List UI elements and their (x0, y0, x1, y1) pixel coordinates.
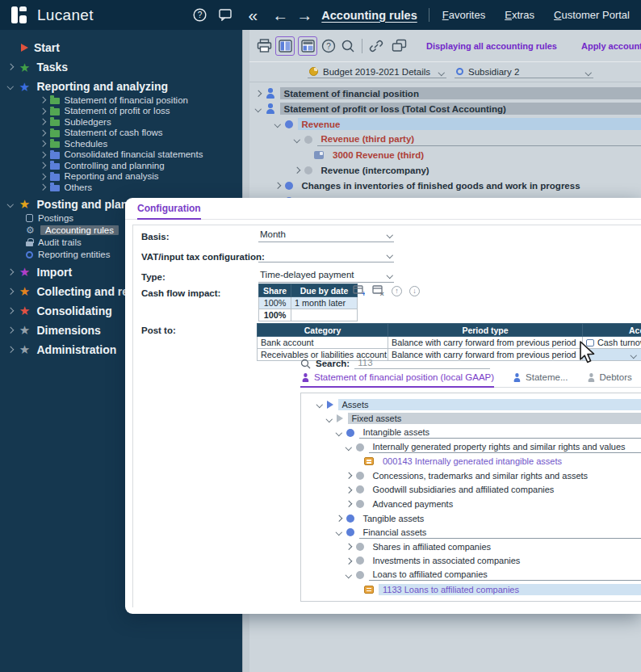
tab-debtors[interactable]: Debtors (586, 372, 632, 386)
entity-select[interactable]: Subsidiary 2 (455, 66, 593, 78)
acc-row-goodwill[interactable]: Goodwill subsidiaries and affiliated com… (301, 483, 641, 498)
help-icon[interactable]: ? (191, 6, 208, 24)
chevron-right-icon (40, 141, 46, 147)
back-arrow-icon[interactable]: ← (271, 6, 289, 24)
sidebar-item-reporting-and-analyzing[interactable]: ★ Reporting and analyzing (0, 78, 242, 94)
link-icon[interactable] (367, 36, 386, 56)
dataset-icon (309, 67, 318, 76)
tree-row-revenue-third-party[interactable]: Revenue (third party) (249, 132, 641, 147)
acc-row-assets[interactable]: Assets (301, 397, 641, 412)
sidebar-item-reporting-and-analysis[interactable]: Reporting and analysis (0, 171, 242, 183)
chevron-down-icon (336, 529, 342, 536)
collapse-history-icon[interactable]: « (244, 6, 262, 24)
basis-label: Basis: (141, 232, 170, 242)
acc-row-fixed-assets[interactable]: Fixed assets (301, 412, 641, 426)
acc-row-loans-affiliated[interactable]: Loans to affiliated companies (301, 568, 641, 582)
folder-icon (50, 174, 60, 181)
help-circle-icon[interactable]: ? (319, 36, 338, 56)
acc-row-tangible-assets[interactable]: Tangible assets (301, 511, 641, 526)
apply-rules-link[interactable]: Apply accounting rules to other jo (581, 41, 641, 51)
node-triangle-icon (337, 414, 343, 422)
cashflow-total-row: 100% (259, 309, 358, 321)
cashflow-row[interactable]: 100% 1 month later (259, 297, 358, 309)
tree-row-revenue[interactable]: Revenue (249, 116, 641, 132)
account-dropdown-cell[interactable] (583, 349, 641, 361)
basis-select[interactable]: Month (258, 229, 394, 242)
move-down-icon[interactable]: ↓ (409, 286, 420, 296)
acc-row-advanced-payments[interactable]: Advanced payments (301, 497, 641, 511)
acc-row-shares-affiliated[interactable]: Shares in affiliated companies (301, 540, 641, 554)
sidebar-item-statement-of-financial-position[interactable]: Statement of financial position (0, 94, 242, 106)
acc-row-1133[interactable]: 1133 Loans to affiliated companies (301, 582, 641, 597)
sidebar-item-statement-of-cash-flows[interactable]: Statement of cash flows (0, 128, 242, 139)
folder-icon (50, 152, 60, 159)
star-icon: ★ (19, 285, 31, 297)
sidebar-item-others[interactable]: Others (0, 182, 242, 193)
postto-col-category: Category (258, 324, 388, 337)
chevron-right-icon (346, 557, 352, 564)
vat-select[interactable] (258, 249, 394, 262)
sidebar-item-start[interactable]: Start (0, 40, 242, 56)
type-select[interactable]: Time-delayed payment (258, 269, 394, 283)
acc-row-internally-generated[interactable]: Internally generated property rights and… (301, 440, 641, 455)
tree-row-3000-revenue[interactable]: 3000 Revenue (third) (249, 147, 641, 162)
layout-panel-left-icon[interactable] (275, 36, 295, 56)
toolbar-divider (362, 39, 362, 53)
acc-row-investments-associated[interactable]: Investments in associated companies (301, 554, 641, 569)
star-icon: ★ (19, 61, 31, 74)
tab-configuration[interactable]: Configuration (137, 203, 201, 220)
delete-row-icon[interactable]: × (372, 285, 384, 296)
feedback-icon[interactable] (216, 6, 234, 24)
chevron-right-icon (7, 346, 14, 353)
dataset-select[interactable]: Budget 2019-2021 Details (308, 66, 446, 78)
node-dot-icon (346, 514, 354, 523)
node-dot-icon (356, 500, 364, 508)
accounting-rules-tree: Statement of financial position Statemen… (249, 82, 641, 208)
print-icon[interactable] (254, 36, 274, 56)
postto-row-bank[interactable]: Bank account Balance with carry forward … (258, 337, 641, 349)
tree-row-profit-or-loss[interactable]: Statement of profit or loss (Total Cost … (249, 101, 641, 116)
node-dot-icon (356, 556, 364, 565)
forward-arrow-icon[interactable]: → (295, 6, 313, 24)
star-icon: ★ (19, 81, 31, 93)
account-chart-tabs: Statement of financial position (local G… (300, 372, 641, 388)
folder-icon (50, 163, 60, 170)
main-toolbar: ? Displaying all accounting rules Apply … (249, 30, 641, 61)
acc-row-concessions[interactable]: Concessions, trademarks and similar righ… (301, 468, 641, 483)
tree-row-financial-position[interactable]: Statement of financial position (249, 86, 641, 101)
acc-row-intangible-assets[interactable]: Intangible assets (301, 426, 641, 440)
acc-row-financial-assets[interactable]: Financial assets (301, 525, 641, 540)
search-input[interactable]: 113 (354, 358, 490, 369)
sidebar-item-statement-of-profit-or-loss[interactable]: Statement of profit or loss (0, 106, 242, 117)
add-row-icon[interactable]: + (353, 285, 365, 296)
sidebar-item-tasks[interactable]: ★ Tasks (0, 59, 242, 75)
menu-favorites[interactable]: Favorites (442, 9, 485, 21)
layout-panel-top-icon[interactable] (298, 36, 317, 56)
node-dot-icon (356, 485, 364, 494)
dialog-tab-bar: Configuration (125, 198, 641, 220)
menu-extras[interactable]: Extras (505, 9, 534, 21)
chevron-right-icon (40, 129, 46, 136)
tab-statement[interactable]: Stateme... (512, 372, 568, 386)
search-label: Search: (316, 359, 350, 368)
copy-icon[interactable] (389, 36, 408, 56)
tree-row-revenue-intercompany[interactable]: Revenue (intercompany) (249, 162, 641, 178)
acc-row-000143[interactable]: 000143 Internally generated intangible a… (301, 454, 641, 468)
sidebar-item-subledgers[interactable]: Subledgers (0, 116, 242, 128)
search-icon[interactable] (338, 36, 358, 56)
sidebar-item-schedules[interactable]: Schedules (0, 138, 242, 149)
folder-icon (50, 185, 60, 192)
tab-financial-position-local-gaap[interactable]: Statement of financial position (local G… (300, 372, 494, 388)
move-up-icon[interactable]: ↑ (392, 286, 402, 296)
star-icon: ★ (19, 198, 31, 210)
sidebar-item-controlling-and-planning[interactable]: Controlling and planning (0, 160, 242, 171)
postto-label: Post to: (141, 326, 176, 335)
node-dot-icon (356, 571, 364, 579)
chevron-right-icon (40, 151, 46, 158)
chevron-down-icon (274, 121, 281, 128)
tree-row-changes-in-inventories[interactable]: Changes in inventories of finished goods… (249, 178, 641, 193)
chevron-right-icon (336, 515, 342, 522)
menu-customer-portal[interactable]: Customer Portal (554, 9, 630, 21)
sidebar-item-consolidated-financial-statements[interactable]: Consolidated financial statements (0, 149, 242, 161)
chevron-right-icon (346, 544, 352, 550)
